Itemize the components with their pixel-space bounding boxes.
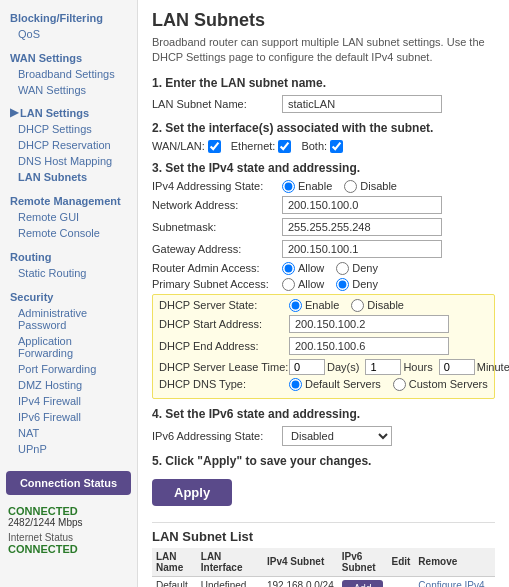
col-remove: Remove: [414, 548, 495, 577]
dhcp-disable-radio[interactable]: [351, 299, 364, 312]
sidebar-item-ipv6-firewall[interactable]: IPv6 Firewall: [0, 409, 137, 425]
ipv4-state-label: IPv4 Addressing State:: [152, 180, 282, 192]
main-content: LAN Subnets Broadband router can support…: [138, 0, 509, 587]
col-ipv4-subnet: IPv4 Subnet: [263, 548, 338, 577]
subnet-table: LAN Name LAN Interface IPv4 Subnet IPv6 …: [152, 548, 495, 587]
sidebar-item-static-routing[interactable]: Static Routing: [0, 265, 137, 281]
connected-label: CONNECTED: [8, 505, 129, 517]
row-ipv6-subnet: Add IPv6: [338, 576, 388, 587]
sidebar-item-dhcp-settings[interactable]: DHCP Settings: [0, 121, 137, 137]
connection-status-label: Connection Status: [20, 477, 117, 489]
sidebar-section-lan[interactable]: ▶ LAN Settings: [0, 104, 137, 121]
subnet-list-table-container: LAN Name LAN Interface IPv4 Subnet IPv6 …: [152, 548, 495, 587]
ipv6-state-select[interactable]: Disabled: [282, 426, 392, 446]
col-lan-interface: LAN Interface: [197, 548, 263, 577]
ipv4-disable-label: Disable: [360, 180, 397, 192]
sidebar-item-wan-settings[interactable]: WAN Settings: [0, 82, 137, 98]
sidebar-section-security: Security: [0, 287, 137, 305]
dhcp-lease-minutes-input[interactable]: [439, 359, 475, 375]
sidebar: Blocking/Filtering QoS WAN Settings Broa…: [0, 0, 138, 587]
configure-link[interactable]: Configure IPv4 via DHCP Settings: [418, 580, 484, 587]
sidebar-item-port-forwarding[interactable]: Port Forwarding: [0, 361, 137, 377]
sidebar-item-dhcp-reservation[interactable]: DHCP Reservation: [0, 137, 137, 153]
dhcp-end-label: DHCP End Address:: [159, 340, 289, 352]
custom-servers-radio[interactable]: [393, 378, 406, 391]
col-lan-name: LAN Name: [152, 548, 197, 577]
sidebar-item-lan-subnets[interactable]: LAN Subnets: [0, 169, 137, 185]
sidebar-section-lan-label: LAN Settings: [20, 107, 89, 119]
subnetmask-input[interactable]: [282, 218, 442, 236]
dhcp-enable-label: Enable: [305, 299, 339, 311]
add-ipv6-button[interactable]: Add IPv6: [342, 580, 384, 587]
interface-checkbox-row: WAN/LAN: Ethernet: Both:: [152, 140, 495, 153]
primary-deny-radio[interactable]: [336, 278, 349, 291]
dhcp-enable-radio[interactable]: [289, 299, 302, 312]
sidebar-item-app-forwarding[interactable]: Application Forwarding: [0, 333, 137, 361]
sidebar-item-ipv4-firewall[interactable]: IPv4 Firewall: [0, 393, 137, 409]
sidebar-item-upnp[interactable]: UPnP: [0, 441, 137, 457]
sidebar-item-admin-password[interactable]: Administrative Password: [0, 305, 137, 333]
ipv4-enable-radio[interactable]: [282, 180, 295, 193]
step3-heading: 3. Set the IPv4 state and addressing.: [152, 161, 495, 175]
sidebar-item-remote-console[interactable]: Remote Console: [0, 225, 137, 241]
primary-allow-radio[interactable]: [282, 278, 295, 291]
lan-subnet-name-label: LAN Subnet Name:: [152, 98, 282, 110]
both-label: Both:: [301, 140, 327, 152]
gateway-address-input[interactable]: [282, 240, 442, 258]
speed-value: 2482/1244 Mbps: [8, 517, 129, 528]
arrow-icon: ▶: [10, 106, 18, 119]
hours-unit-label: Hours: [403, 361, 432, 373]
both-checkbox[interactable]: [330, 140, 343, 153]
dhcp-lease-hours-input[interactable]: [365, 359, 401, 375]
sidebar-item-nat[interactable]: NAT: [0, 425, 137, 441]
router-admin-access-label: Router Admin Access:: [152, 262, 282, 274]
apply-button[interactable]: Apply: [152, 479, 232, 506]
dhcp-disable-label: Disable: [367, 299, 404, 311]
step4-heading: 4. Set the IPv6 state and addressing.: [152, 407, 495, 421]
wan-lan-checkbox[interactable]: [208, 140, 221, 153]
page-description: Broadband router can support multiple LA…: [152, 35, 495, 66]
ipv4-disable-radio[interactable]: [344, 180, 357, 193]
network-address-input[interactable]: [282, 196, 442, 214]
dhcp-lease-days-input[interactable]: [289, 359, 325, 375]
dhcp-section: DHCP Server State: Enable Disable DHCP S…: [152, 294, 495, 399]
page-title: LAN Subnets: [152, 10, 495, 31]
sidebar-section-routing: Routing: [0, 247, 137, 265]
table-row: Default Undefined Interfaces 192.168.0.0…: [152, 576, 495, 587]
sidebar-item-broadband[interactable]: Broadband Settings: [0, 66, 137, 82]
step1-heading: 1. Enter the LAN subnet name.: [152, 76, 495, 90]
primary-deny-label: Deny: [352, 278, 378, 290]
admin-deny-label: Deny: [352, 262, 378, 274]
row-ipv4-subnet: 192.168.0.0/24: [263, 576, 338, 587]
default-servers-radio[interactable]: [289, 378, 302, 391]
dhcp-start-label: DHCP Start Address:: [159, 318, 289, 330]
connected-info: CONNECTED 2482/1244 Mbps Internet Status…: [0, 501, 137, 559]
default-servers-label: Default Servers: [305, 378, 381, 390]
ipv4-enable-label: Enable: [298, 180, 332, 192]
dhcp-end-input[interactable]: [289, 337, 449, 355]
admin-allow-radio[interactable]: [282, 262, 295, 275]
sidebar-item-dns-host-mapping[interactable]: DNS Host Mapping: [0, 153, 137, 169]
col-edit: Edit: [387, 548, 414, 577]
step5-heading: 5. Click "Apply" to save your changes.: [152, 454, 495, 468]
ethernet-checkbox[interactable]: [278, 140, 291, 153]
sidebar-item-qos[interactable]: QoS: [0, 26, 137, 42]
list-heading: LAN Subnet List: [152, 529, 495, 544]
row-lan-interface: Undefined Interfaces: [197, 576, 263, 587]
row-remove: Configure IPv4 via DHCP Settings: [414, 576, 495, 587]
section-divider: [152, 522, 495, 523]
sidebar-section-wan: WAN Settings: [0, 48, 137, 66]
admin-deny-radio[interactable]: [336, 262, 349, 275]
primary-subnet-access-label: Primary Subnet Access:: [152, 278, 282, 290]
subnetmask-label: Subnetmask:: [152, 221, 282, 233]
day-unit-label: Day(s): [327, 361, 359, 373]
lan-subnet-name-input[interactable]: [282, 95, 442, 113]
sidebar-item-dmz-hosting[interactable]: DMZ Hosting: [0, 377, 137, 393]
sidebar-item-remote-gui[interactable]: Remote GUI: [0, 209, 137, 225]
wan-lan-label: WAN/LAN:: [152, 140, 205, 152]
connection-status-box: Connection Status: [6, 471, 131, 495]
col-ipv6-subnet: IPv6 Subnet: [338, 548, 388, 577]
gateway-address-label: Gateway Address:: [152, 243, 282, 255]
dhcp-start-input[interactable]: [289, 315, 449, 333]
row-edit: [387, 576, 414, 587]
